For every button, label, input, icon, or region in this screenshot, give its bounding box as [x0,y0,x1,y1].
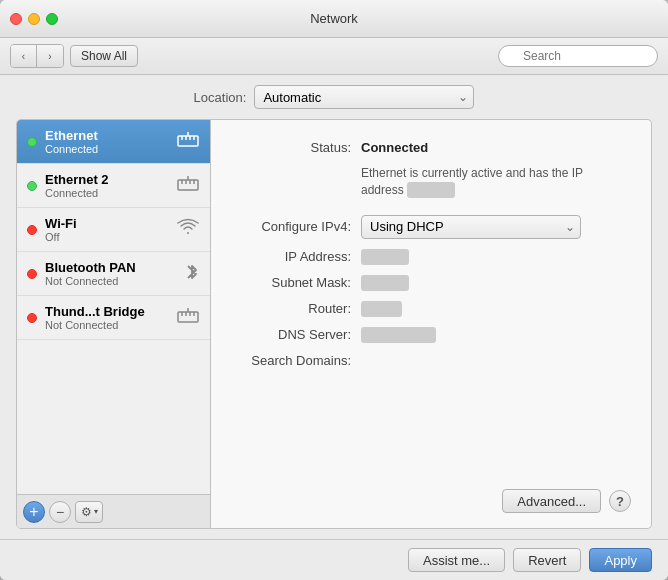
sidebar-item-status-thunderbolt: Not Connected [45,319,168,331]
sidebar-item-status-wifi: Off [45,231,168,243]
forward-button[interactable]: › [37,45,63,67]
gear-icon: ⚙ [81,505,92,519]
sidebar-item-ethernet2[interactable]: Ethernet 2 Connected [17,164,210,208]
sidebar-list: Ethernet Connected [17,120,210,494]
gear-menu-button[interactable]: ⚙ ▾ [75,501,103,523]
help-button[interactable]: ? [609,490,631,512]
sidebar-item-thunderbolt[interactable]: Thund...t Bridge Not Connected [17,296,210,340]
content-area: Location: Automatic Edit Locations... Et… [0,75,668,539]
wifi-icon [176,218,200,241]
status-description: Ethernet is currently active and has the… [361,165,591,199]
add-network-button[interactable]: + [23,501,45,523]
configure-wrapper: Using DHCP Manually Using BootP Off [361,215,581,239]
configure-select[interactable]: Using DHCP Manually Using BootP Off [361,215,581,239]
ip-address-label: IP Address: [231,249,361,264]
sidebar-item-bluetooth-pan[interactable]: Bluetooth PAN Not Connected [17,252,210,296]
sidebar-item-text-bluetooth: Bluetooth PAN Not Connected [45,260,176,287]
nav-buttons: ‹ › [10,44,64,68]
titlebar: Network [0,0,668,38]
remove-network-button[interactable]: − [49,501,71,523]
dns-server-label: DNS Server: [231,327,361,342]
location-bar: Location: Automatic Edit Locations... [16,85,652,109]
status-dot-ethernet [27,137,37,147]
router-row: Router: [231,301,631,317]
status-dot-thunderbolt [27,313,37,323]
sidebar-item-text-wifi: Wi-Fi Off [45,216,168,243]
plus-icon: + [29,503,38,521]
detail-panel: Status: Connected Ethernet is currently … [211,119,652,529]
ip-address-row: IP Address: [231,249,631,265]
sidebar-item-name-ethernet2: Ethernet 2 [45,172,168,187]
detail-spacer [231,378,631,479]
close-button[interactable] [10,13,22,25]
dns-server-value [361,327,436,343]
sidebar-item-name-bluetooth: Bluetooth PAN [45,260,176,275]
svg-rect-6 [178,180,198,190]
svg-rect-12 [178,312,198,322]
router-value [361,301,402,317]
svg-rect-0 [178,136,198,146]
assist-me-button[interactable]: Assist me... [408,548,505,572]
sidebar-item-status-bluetooth: Not Connected [45,275,176,287]
sidebar-item-wifi[interactable]: Wi-Fi Off [17,208,210,252]
location-select[interactable]: Automatic Edit Locations... [254,85,474,109]
search-domains-label: Search Domains: [231,353,361,368]
ethernet-icon-1 [176,176,200,196]
show-all-button[interactable]: Show All [70,45,138,67]
revert-button[interactable]: Revert [513,548,581,572]
traffic-lights [10,13,58,25]
status-dot-wifi [27,225,37,235]
status-row: Status: Connected [231,140,631,155]
configure-row: Configure IPv4: Using DHCP Manually Usin… [231,215,631,239]
network-window: Network ‹ › Show All 🔍 Location: Automat… [0,0,668,580]
configure-label: Configure IPv4: [231,219,361,234]
sidebar-item-name-ethernet: Ethernet [45,128,168,143]
bluetooth-icon [184,262,200,286]
main-panel: Ethernet Connected [16,119,652,529]
minus-icon: − [56,504,64,520]
status-dot-bluetooth [27,269,37,279]
status-label: Status: [231,140,361,155]
ethernet-icon-0 [176,132,200,152]
subnet-mask-label: Subnet Mask: [231,275,361,290]
maximize-button[interactable] [46,13,58,25]
subnet-mask-row: Subnet Mask: [231,275,631,291]
ip-address-value [361,249,409,265]
search-domains-row: Search Domains: [231,353,631,368]
search-wrapper: 🔍 [498,45,658,67]
sidebar: Ethernet Connected [16,119,211,529]
status-dot-ethernet2 [27,181,37,191]
sidebar-footer: + − ⚙ ▾ [17,494,210,528]
location-wrapper: Automatic Edit Locations... [254,85,474,109]
minimize-button[interactable] [28,13,40,25]
sidebar-item-status-ethernet: Connected [45,143,168,155]
dns-server-row: DNS Server: [231,327,631,343]
detail-footer: Advanced... ? [231,489,631,513]
sidebar-item-status-ethernet2: Connected [45,187,168,199]
toolbar: ‹ › Show All 🔍 [0,38,668,75]
status-ip-address [407,182,455,198]
location-label: Location: [194,90,247,105]
sidebar-item-name-thunderbolt: Thund...t Bridge [45,304,168,319]
sidebar-item-text-ethernet: Ethernet Connected [45,128,168,155]
subnet-mask-value [361,275,409,291]
chevron-down-icon: ▾ [94,507,98,516]
router-label: Router: [231,301,361,316]
search-input[interactable] [498,45,658,67]
thunderbolt-icon [176,308,200,328]
sidebar-item-ethernet[interactable]: Ethernet Connected [17,120,210,164]
sidebar-item-text-thunderbolt: Thund...t Bridge Not Connected [45,304,168,331]
apply-button[interactable]: Apply [589,548,652,572]
status-value: Connected [361,140,428,155]
status-desc-row: Ethernet is currently active and has the… [231,165,631,199]
sidebar-item-name-wifi: Wi-Fi [45,216,168,231]
sidebar-item-text-ethernet2: Ethernet 2 Connected [45,172,168,199]
back-button[interactable]: ‹ [11,45,37,67]
bottom-bar: Assist me... Revert Apply [0,539,668,580]
advanced-button[interactable]: Advanced... [502,489,601,513]
window-title: Network [310,11,358,26]
